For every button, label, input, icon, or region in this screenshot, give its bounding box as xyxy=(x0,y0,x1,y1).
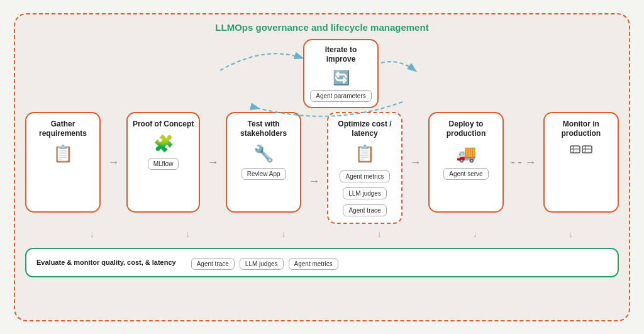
down-arrow-6: ↓ xyxy=(569,229,573,239)
bottom-agent-trace: Agent trace xyxy=(191,258,235,270)
bottom-bar-tags: Agent trace LLM judges Agent metrics xyxy=(191,255,338,270)
agent-metrics-tag: Agent metrics xyxy=(340,170,389,182)
stage-poc: Proof of Concept 🧩 MLflow xyxy=(126,112,200,213)
main-container: LLMOps governance and lifecycle manageme… xyxy=(14,13,630,321)
down-arrows-row: ↓ ↓ ↓ ↓ ↓ ↓ xyxy=(25,226,619,239)
down-arrow-4: ↓ xyxy=(377,229,382,239)
down-arrow-3: ↓ xyxy=(281,229,286,239)
deploy-icon: 🚚 xyxy=(456,145,476,162)
deploy-title: Deploy to production xyxy=(435,120,497,139)
bottom-llm-judges: LLM judges xyxy=(240,258,284,270)
deploy-tag: Agent serve xyxy=(443,168,488,180)
arrow-4: → xyxy=(410,156,421,169)
down-arrow-2: ↓ xyxy=(186,229,190,239)
poc-tag: MLflow xyxy=(148,158,179,170)
arrow-2: → xyxy=(208,156,219,169)
poc-title: Proof of Concept xyxy=(133,120,194,130)
monitor-icon: × × × ✓ × × × ✓ xyxy=(570,145,592,165)
bottom-evaluate-bar: Evaluate & monitor quality, cost, & late… xyxy=(25,248,619,277)
svg-text:✓: ✓ xyxy=(575,150,577,153)
test-tag: Review App xyxy=(242,168,286,180)
stage-gather: Gather requirements 📋 xyxy=(25,112,101,213)
test-title: Test with stakeholders xyxy=(232,120,295,139)
bottom-bar-label: Evaluate & monitor quality, cost, & late… xyxy=(36,259,176,266)
optimize-icon: 📋 xyxy=(355,145,375,162)
stage-monitor: Monitor in production × × × ✓ × xyxy=(543,112,619,213)
poc-icon: 🧩 xyxy=(153,135,174,152)
optimize-tags: Agent metrics LLM judges Agent trace xyxy=(340,168,389,216)
bottom-agent-metrics: Agent metrics xyxy=(289,258,338,270)
arrow-3: → xyxy=(309,175,320,188)
agent-trace-tag: Agent trace xyxy=(343,204,386,216)
down-arrow-1: ↓ xyxy=(90,229,94,239)
down-arrow-5: ↓ xyxy=(473,229,477,239)
arrow-1: → xyxy=(108,156,119,169)
gather-title: Gather requirements xyxy=(31,120,94,139)
page-title: LLMOps governance and lifecycle manageme… xyxy=(25,22,619,33)
svg-text:✓: ✓ xyxy=(587,150,589,153)
stages-row: Gather requirements 📋 → Proof of Concept… xyxy=(25,112,619,224)
monitor-grid-icon: × × × ✓ × × × ✓ xyxy=(570,145,592,163)
test-icon: 🔧 xyxy=(253,145,274,162)
stage-test: Test with stakeholders 🔧 Review App xyxy=(226,112,301,213)
llm-judges-tag: LLM judges xyxy=(343,187,387,199)
stage-optimize: Optimize cost / latency 📋 Agent metrics … xyxy=(327,112,402,224)
iterate-title: Iterate to improve xyxy=(312,45,370,65)
iterate-box: Iterate to improve 🔄 Agent parameters xyxy=(303,39,379,108)
gather-icon: 📋 xyxy=(53,145,73,162)
agent-params-tag: Agent parameters xyxy=(310,90,372,102)
optimize-title: Optimize cost / latency xyxy=(333,120,396,139)
arrow-5: - - → xyxy=(511,156,536,169)
monitor-title: Monitor in production xyxy=(550,120,613,139)
stage-deploy: Deploy to production 🚚 Agent serve xyxy=(428,112,504,213)
